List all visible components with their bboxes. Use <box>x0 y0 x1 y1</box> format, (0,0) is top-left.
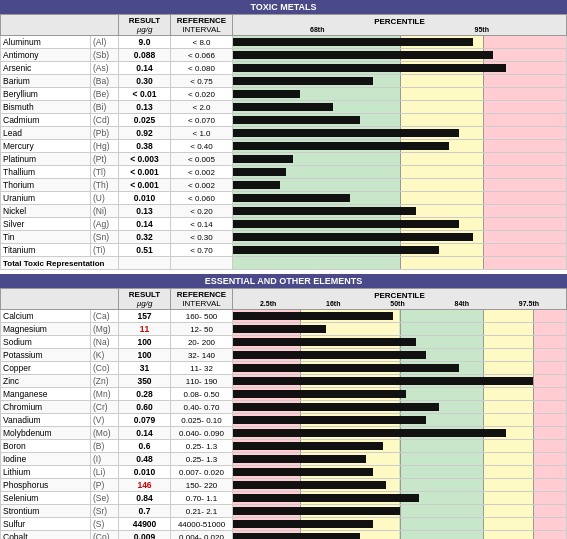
row-abbr: (Co) <box>91 531 119 540</box>
table-row: Sodium (Na) 100 20- 200 <box>1 336 567 349</box>
p95-label: 95th <box>475 26 489 33</box>
row-result: 157 <box>119 310 171 323</box>
row-bar <box>233 479 567 492</box>
row-bar <box>233 414 567 427</box>
row-name: Cadmium <box>1 114 91 127</box>
row-bar <box>233 492 567 505</box>
table-row: Molybdenum (Mo) 0.14 0.040- 0.090 <box>1 427 567 440</box>
table-row: Boron (B) 0.6 0.25- 1.3 <box>1 440 567 453</box>
row-ref: 0.25- 1.3 <box>171 453 233 466</box>
row-ref: < 0.20 <box>171 205 233 218</box>
toxic-title: TOXIC METALS <box>0 0 567 14</box>
toxic-name-header <box>1 15 119 36</box>
row-result: 0.60 <box>119 401 171 414</box>
row-name: Potassium <box>1 349 91 362</box>
row-result: 31 <box>119 362 171 375</box>
row-result: 100 <box>119 336 171 349</box>
row-name: Barium <box>1 75 91 88</box>
row-name: Beryllium <box>1 88 91 101</box>
row-result: 0.14 <box>119 62 171 75</box>
row-result: 0.28 <box>119 388 171 401</box>
row-bar <box>233 257 567 270</box>
row-abbr: (As) <box>91 62 119 75</box>
row-abbr: (Al) <box>91 36 119 49</box>
row-result: < 0.01 <box>119 88 171 101</box>
row-name: Lithium <box>1 466 91 479</box>
row-bar <box>233 388 567 401</box>
row-result: < 0.001 <box>119 179 171 192</box>
row-ref: 0.040- 0.090 <box>171 427 233 440</box>
row-abbr: (I) <box>91 453 119 466</box>
row-ref: 44000-51000 <box>171 518 233 531</box>
toxic-percentile-header: PERCENTILE 68th 95th <box>233 15 567 36</box>
row-name: Nickel <box>1 205 91 218</box>
row-bar <box>233 453 567 466</box>
row-result: 350 <box>119 375 171 388</box>
row-result: 100 <box>119 349 171 362</box>
row-result: 0.92 <box>119 127 171 140</box>
row-result <box>119 257 171 270</box>
row-ref: < 0.75 <box>171 75 233 88</box>
table-row: Total Toxic Representation <box>1 257 567 270</box>
table-row: Potassium (K) 100 32- 140 <box>1 349 567 362</box>
row-abbr: (Cd) <box>91 114 119 127</box>
row-result: 0.7 <box>119 505 171 518</box>
table-row: Platinum (Pt) < 0.003 < 0.005 <box>1 153 567 166</box>
row-abbr: (B) <box>91 440 119 453</box>
row-ref: 0.025- 0.10 <box>171 414 233 427</box>
row-abbr: (P) <box>91 479 119 492</box>
row-abbr: (K) <box>91 349 119 362</box>
table-row: Cobalt (Co) 0.009 0.004- 0.020 <box>1 531 567 540</box>
row-result: 0.14 <box>119 427 171 440</box>
table-row: Zinc (Zn) 350 110- 190 <box>1 375 567 388</box>
row-name: Uranium <box>1 192 91 205</box>
row-name: Thallium <box>1 166 91 179</box>
row-ref: 0.007- 0.020 <box>171 466 233 479</box>
row-result: 0.13 <box>119 205 171 218</box>
row-abbr: (Co) <box>91 362 119 375</box>
row-abbr: (Hg) <box>91 140 119 153</box>
row-ref: 0.70- 1.1 <box>171 492 233 505</box>
row-abbr: (Mn) <box>91 388 119 401</box>
table-row: Silver (Ag) 0.14 < 0.14 <box>1 218 567 231</box>
row-abbr: (Ag) <box>91 218 119 231</box>
row-abbr: (Sn) <box>91 231 119 244</box>
row-ref <box>171 257 233 270</box>
toxic-header: RESULT µg/g REFERENCE INTERVAL PERCENTIL… <box>1 15 567 36</box>
row-result: < 0.001 <box>119 166 171 179</box>
row-ref: < 0.70 <box>171 244 233 257</box>
row-name: Phosphorus <box>1 479 91 492</box>
row-result: 0.010 <box>119 466 171 479</box>
row-bar <box>233 49 567 62</box>
table-row: Vanadium (V) 0.079 0.025- 0.10 <box>1 414 567 427</box>
row-bar <box>233 375 567 388</box>
table-row: Beryllium (Be) < 0.01 < 0.020 <box>1 88 567 101</box>
row-bar <box>233 531 567 540</box>
table-row: Nickel (Ni) 0.13 < 0.20 <box>1 205 567 218</box>
row-bar <box>233 349 567 362</box>
row-ref: < 0.005 <box>171 153 233 166</box>
row-result: 0.48 <box>119 453 171 466</box>
row-result: 0.30 <box>119 75 171 88</box>
row-bar <box>233 427 567 440</box>
row-abbr: (Li) <box>91 466 119 479</box>
row-ref: < 2.0 <box>171 101 233 114</box>
row-bar <box>233 244 567 257</box>
row-abbr: (Mo) <box>91 427 119 440</box>
row-abbr: (S) <box>91 518 119 531</box>
table-row: Manganese (Mn) 0.28 0.08- 0.50 <box>1 388 567 401</box>
row-name: Lead <box>1 127 91 140</box>
row-result: 44900 <box>119 518 171 531</box>
row-bar <box>233 505 567 518</box>
essential-name-header <box>1 289 119 310</box>
row-bar <box>233 518 567 531</box>
row-result: 0.14 <box>119 218 171 231</box>
table-row: Magnesium (Mg) 11 12- 50 <box>1 323 567 336</box>
row-bar <box>233 323 567 336</box>
row-name: Iodine <box>1 453 91 466</box>
row-ref: 150- 220 <box>171 479 233 492</box>
table-row: Barium (Ba) 0.30 < 0.75 <box>1 75 567 88</box>
row-abbr: (Ca) <box>91 310 119 323</box>
row-bar <box>233 362 567 375</box>
table-row: Iodine (I) 0.48 0.25- 1.3 <box>1 453 567 466</box>
